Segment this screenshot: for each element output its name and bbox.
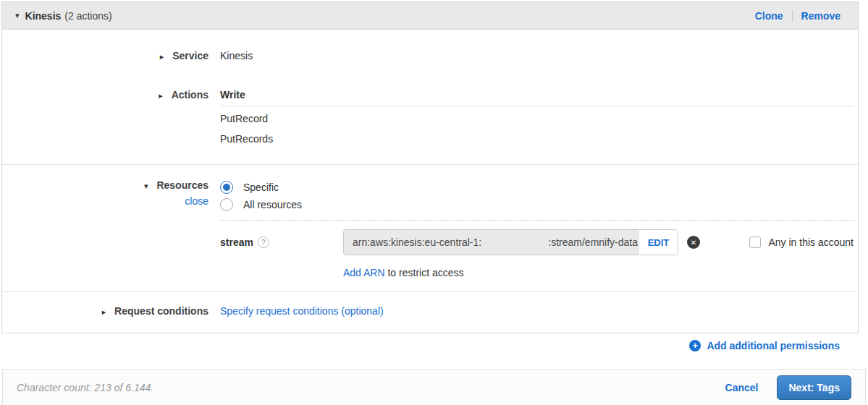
- radio-dot: [223, 184, 230, 191]
- request-conditions-value-col: Specify request conditions (optional): [220, 305, 854, 317]
- arn-prefix: arn:aws:kinesis:eu-central-1:: [353, 236, 481, 248]
- resources-value-col: Specific All resources stream ?: [220, 179, 854, 278]
- any-account-checkbox[interactable]: [749, 236, 761, 248]
- section-request-conditions: ▸ Request conditions Specify request con…: [2, 291, 858, 333]
- radio-all-resources[interactable]: [220, 198, 233, 211]
- service-label-col: ▸ Service: [17, 50, 208, 61]
- permission-card: ▾ Kinesis (2 actions) Clone Remove ▸ Ser…: [1, 1, 859, 333]
- close-link[interactable]: close: [17, 195, 208, 207]
- radio-specific-label[interactable]: Specific: [243, 182, 279, 193]
- stream-block: stream ? arn:aws:kinesis:eu-central-1: :…: [220, 229, 854, 278]
- caret-down-icon[interactable]: ▾: [15, 11, 20, 20]
- actions-value-col: Write PutRecord PutRecords: [220, 89, 854, 147]
- request-conditions-label-col: ▸ Request conditions: [17, 305, 208, 317]
- actions-label-col: ▸ Actions: [17, 89, 208, 147]
- radio-option-specific: Specific: [220, 179, 854, 195]
- action-item: PutRecords: [220, 131, 854, 147]
- next-tags-button[interactable]: Next: Tags: [777, 375, 851, 400]
- header-actions: Clone Remove: [755, 10, 840, 22]
- remove-arn-icon[interactable]: ✕: [687, 236, 700, 249]
- radio-specific[interactable]: [220, 181, 233, 194]
- remove-button[interactable]: Remove: [801, 10, 840, 22]
- caret-right-icon[interactable]: ▸: [160, 52, 164, 61]
- action-count: (2 actions): [64, 10, 111, 22]
- section-resources: ▾ Resources close Specific All resources: [2, 164, 858, 291]
- edit-arn-button[interactable]: EDIT: [639, 230, 678, 255]
- add-permissions-row: + Add additional permissions: [689, 340, 840, 351]
- stream-row: stream ? arn:aws:kinesis:eu-central-1: :…: [220, 229, 854, 255]
- resources-row: ▾ Resources close Specific All resources: [17, 165, 854, 291]
- service-title: Kinesis: [25, 10, 62, 22]
- add-additional-permissions-link[interactable]: Add additional permissions: [707, 340, 840, 351]
- actions-row: ▸ Actions Write PutRecord PutRecords: [17, 80, 854, 164]
- add-arn-link[interactable]: Add ARN: [343, 267, 385, 278]
- help-icon[interactable]: ?: [258, 236, 269, 248]
- radio-option-all-resources: All resources: [220, 197, 854, 213]
- caret-right-icon[interactable]: ▸: [159, 91, 163, 101]
- caret-down-icon[interactable]: ▾: [144, 182, 148, 191]
- footer-actions: Cancel Next: Tags: [725, 375, 851, 400]
- any-account-label[interactable]: Any in this account: [768, 236, 854, 248]
- plus-circle-icon[interactable]: +: [689, 340, 701, 351]
- stream-label: stream: [220, 236, 253, 248]
- cancel-button[interactable]: Cancel: [725, 382, 759, 393]
- arn-value: arn:aws:kinesis:eu-central-1: :stream/em…: [344, 230, 639, 255]
- request-conditions-row: ▸ Request conditions Specify request con…: [17, 292, 854, 333]
- permission-card-header: ▾ Kinesis (2 actions) Clone Remove: [2, 2, 858, 30]
- resources-label[interactable]: Resources: [156, 179, 208, 191]
- service-value-col: Kinesis: [220, 50, 854, 61]
- actions-label[interactable]: Actions: [172, 89, 208, 101]
- radio-all-resources-label[interactable]: All resources: [243, 199, 302, 210]
- actions-group-header: Write: [220, 89, 854, 106]
- clone-button[interactable]: Clone: [755, 10, 783, 22]
- header-divider: [792, 10, 793, 22]
- any-account-group: Any in this account: [749, 236, 854, 248]
- caret-right-icon[interactable]: ▸: [102, 307, 106, 317]
- dotted-divider: [220, 220, 854, 221]
- footer-bar: Character count: 213 of 6.144. Cancel Ne…: [2, 369, 866, 405]
- action-item: PutRecord: [220, 111, 854, 127]
- request-conditions-label[interactable]: Request conditions: [114, 305, 208, 317]
- resources-label-col: ▾ Resources close: [17, 179, 208, 278]
- service-value: Kinesis: [220, 50, 253, 61]
- arn-box: arn:aws:kinesis:eu-central-1: :stream/em…: [343, 229, 678, 255]
- service-row: ▸ Service Kinesis: [17, 30, 854, 80]
- add-arn-line: Add ARN to restrict access: [343, 267, 854, 278]
- arn-suffix: :stream/emnify-data: [548, 236, 638, 248]
- section-service-actions: ▸ Service Kinesis ▸ Actions Write PutRec…: [2, 30, 858, 164]
- character-count: Character count: 213 of 6.144.: [17, 382, 153, 393]
- stream-label-wrap: stream ?: [220, 236, 343, 248]
- specify-request-conditions-link[interactable]: Specify request conditions (optional): [220, 305, 384, 317]
- service-label[interactable]: Service: [172, 50, 208, 61]
- add-arn-suffix: to restrict access: [385, 267, 464, 278]
